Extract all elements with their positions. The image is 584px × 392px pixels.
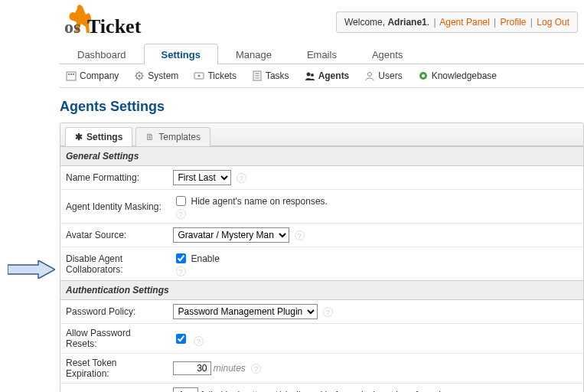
- svg-text:os: os: [64, 17, 80, 37]
- section-general: General Settings: [60, 147, 584, 166]
- section-auth: Authentication Settings: [60, 281, 584, 300]
- row-disable-collab-label: Disable Agent Collaborators:: [60, 247, 168, 281]
- users-icon: [364, 70, 375, 81]
- row-password-policy-label: Password Policy:: [60, 300, 168, 324]
- row-allow-resets-label: Allow Password Resets:: [60, 324, 168, 354]
- sub-nav: Company System Tickets Tasks Agents: [60, 64, 584, 88]
- identity-masking-checkbox[interactable]: [176, 196, 186, 206]
- svg-point-10: [198, 75, 201, 77]
- row-avatar-source-label: Avatar Source:: [60, 224, 168, 247]
- svg-point-13: [311, 74, 314, 77]
- password-policy-select[interactable]: Password Management Plugin: [173, 304, 318, 319]
- app-logo: os Ticket: [60, 1, 175, 38]
- company-icon: [66, 70, 77, 81]
- page-title: Agents Settings: [60, 99, 584, 115]
- pointer-arrow: [8, 260, 55, 279]
- name-formatting-select[interactable]: First Last: [173, 170, 231, 185]
- avatar-source-select[interactable]: Gravatar / Mystery Man: [173, 227, 289, 243]
- main-tabs: Dashboard Settings Manage Emails Agents: [60, 43, 584, 64]
- tab-manage[interactable]: Manage: [218, 44, 289, 64]
- help-icon[interactable]: ?: [176, 209, 186, 219]
- disable-collab-checkbox[interactable]: [176, 253, 186, 263]
- svg-text:Ticket: Ticket: [87, 15, 142, 38]
- settings-table: General Settings Name Formatting: First …: [60, 146, 584, 392]
- tasks-icon: [252, 70, 263, 81]
- tickets-icon: [194, 70, 204, 81]
- welcome-box: Welcome, Adriane1. | Agent Panel | Profi…: [336, 11, 578, 33]
- subnav-agents[interactable]: Agents: [302, 69, 353, 83]
- sub-tabs: ✱ Settings 🗎 Templates: [60, 122, 584, 146]
- tab-dashboard[interactable]: Dashboard: [60, 44, 144, 64]
- templates-icon: 🗎: [145, 132, 155, 142]
- svg-rect-3: [67, 72, 76, 80]
- svg-point-8: [139, 75, 141, 77]
- welcome-prefix: Welcome,: [344, 17, 387, 28]
- subnav-users[interactable]: Users: [361, 69, 405, 83]
- gear-icon: ✱: [75, 132, 83, 142]
- subnav-company[interactable]: Company: [63, 69, 122, 83]
- tab-agents[interactable]: Agents: [354, 44, 420, 64]
- subnav-knowledgebase[interactable]: Knowledgebase: [415, 69, 500, 83]
- help-icon[interactable]: ?: [194, 336, 204, 346]
- svg-rect-4: [68, 74, 70, 75]
- subnav-tasks[interactable]: Tasks: [249, 69, 292, 83]
- row-excessive-logins-label: Agent Excessive Logins:: [60, 384, 168, 393]
- svg-point-14: [368, 73, 372, 77]
- subnav-tickets[interactable]: Tickets: [191, 69, 240, 83]
- agents-icon: [305, 70, 315, 81]
- tab-settings[interactable]: Settings: [144, 44, 218, 64]
- system-icon: [134, 70, 145, 81]
- row-reset-token-label: Reset Token Expiration:: [60, 354, 168, 384]
- row-identity-masking-label: Agent Identity Masking:: [60, 190, 168, 224]
- subtab-templates[interactable]: 🗎 Templates: [135, 127, 210, 146]
- subtab-settings[interactable]: ✱ Settings: [65, 127, 132, 146]
- help-icon[interactable]: ?: [251, 364, 261, 374]
- tab-emails[interactable]: Emails: [289, 44, 354, 64]
- row-name-formatting-label: Name Formatting:: [60, 166, 168, 190]
- svg-point-12: [306, 73, 310, 77]
- subnav-system[interactable]: System: [131, 69, 181, 83]
- failed-attempts-select[interactable]: 4: [173, 387, 198, 392]
- logout-link[interactable]: Log Out: [537, 17, 569, 28]
- help-icon[interactable]: ?: [237, 173, 246, 183]
- svg-marker-0: [8, 260, 55, 279]
- kb-icon: [418, 70, 429, 81]
- svg-rect-5: [70, 74, 72, 75]
- welcome-username: Adriane1: [387, 17, 426, 28]
- agent-panel-link[interactable]: Agent Panel: [439, 17, 489, 28]
- svg-point-16: [422, 74, 425, 77]
- allow-resets-checkbox[interactable]: [176, 334, 186, 344]
- help-icon[interactable]: ?: [176, 266, 186, 276]
- reset-token-input[interactable]: [173, 361, 211, 375]
- svg-rect-6: [73, 74, 74, 75]
- help-icon[interactable]: ?: [295, 230, 305, 240]
- profile-link[interactable]: Profile: [500, 17, 526, 28]
- help-icon[interactable]: ?: [323, 307, 333, 317]
